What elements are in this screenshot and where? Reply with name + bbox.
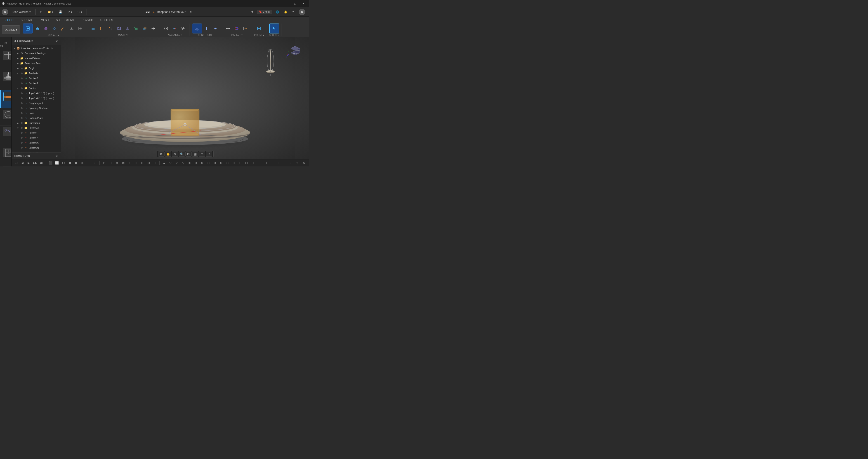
- sweep-tool[interactable]: [59, 24, 67, 33]
- tree-base[interactable]: 👁 □ Base: [11, 111, 61, 116]
- undo-button[interactable]: ↩ ▾: [66, 9, 74, 15]
- bt-t2[interactable]: ▽: [168, 160, 173, 166]
- bt-box-5[interactable]: ⬣: [73, 160, 79, 166]
- tree-doc-settings[interactable]: ▶ ⚙ Document Settings: [11, 51, 61, 56]
- eye-sketch1[interactable]: 👁: [20, 131, 24, 135]
- eye-section2[interactable]: 👁: [20, 82, 24, 85]
- loft-tool[interactable]: [51, 24, 59, 33]
- construct-plane-tool[interactable]: [192, 24, 202, 33]
- rigid-group-tool[interactable]: [179, 24, 187, 33]
- eye-root[interactable]: 👁: [46, 47, 50, 50]
- bt-t10[interactable]: ⊜: [218, 160, 224, 166]
- chamfer-tool[interactable]: [106, 24, 114, 33]
- joint-tool[interactable]: [162, 24, 170, 33]
- eye-base[interactable]: 👁: [20, 111, 24, 115]
- bt-view-4[interactable]: ⊡: [152, 160, 158, 166]
- eye-sketches[interactable]: 👁: [20, 126, 24, 130]
- vp-orbit-button[interactable]: ⟳: [158, 151, 164, 157]
- web-tool[interactable]: [76, 24, 84, 33]
- bt-play[interactable]: ▶: [26, 160, 31, 166]
- bt-t14[interactable]: ⊠: [244, 160, 249, 166]
- vp-display-button[interactable]: ◻: [199, 151, 205, 157]
- scale-tool[interactable]: [132, 24, 140, 33]
- bt-first[interactable]: ⏮: [13, 160, 19, 166]
- minimize-button[interactable]: —: [283, 0, 291, 7]
- draft-tool[interactable]: [123, 24, 131, 33]
- bt-t12[interactable]: ⊞: [231, 160, 237, 166]
- interference-tool[interactable]: [232, 24, 241, 33]
- bt-t18[interactable]: ⊤: [269, 160, 274, 166]
- browser-collapse-icon[interactable]: ◀◀: [14, 39, 18, 42]
- bt-next[interactable]: ▶▶: [32, 160, 38, 166]
- bt-t22[interactable]: ✛: [294, 160, 300, 166]
- tree-sketch1[interactable]: 👁 ✏ Sketch1: [11, 130, 61, 135]
- new-component-tool[interactable]: [23, 24, 33, 33]
- bt-t17[interactable]: ⊣: [263, 160, 268, 166]
- browser-collapse-button[interactable]: ◀◀: [144, 9, 151, 15]
- tree-root[interactable]: ▼ 📦 Inception Levitron v63 👁 ⚙: [11, 46, 61, 51]
- tree-section1[interactable]: 👁 ✂ Section1: [11, 76, 61, 81]
- bt-move-1[interactable]: ↔: [86, 160, 91, 166]
- bt-t8[interactable]: ⊙: [206, 160, 211, 166]
- comments-settings-button[interactable]: ⚙: [55, 154, 59, 158]
- user-menu[interactable]: Brian Wedlich ▾: [10, 9, 33, 14]
- eye-section1[interactable]: 👁: [20, 76, 24, 80]
- tree-section2[interactable]: 👁 ✂ Section2: [11, 81, 61, 86]
- eye-bodies[interactable]: 👁: [20, 86, 24, 90]
- tab-mesh[interactable]: MESH: [37, 18, 53, 23]
- doc-item-1[interactable]: ● Inception Levitron 5:23:42 PM ✏ Editab…: [0, 70, 11, 90]
- combine-tool[interactable]: [141, 24, 149, 33]
- tree-selection-sets[interactable]: ▶ 📁 Selection Sets: [11, 61, 61, 66]
- save-button[interactable]: 💾: [57, 9, 64, 15]
- bt-t4[interactable]: ▷: [180, 160, 186, 166]
- eye-analysis[interactable]: 👁: [20, 71, 24, 75]
- bt-select-2[interactable]: □: [108, 160, 113, 166]
- bt-t13[interactable]: ⊟: [237, 160, 243, 166]
- bt-t21[interactable]: ↔: [288, 160, 293, 166]
- bt-last[interactable]: ⏭: [39, 160, 44, 166]
- eye-origin[interactable]: 👁: [20, 66, 24, 70]
- bt-t5[interactable]: ⊕: [187, 160, 192, 166]
- tree-sketches[interactable]: ▼ 👁 📁 Sketches: [11, 125, 61, 130]
- nav-cube[interactable]: FRONT RIGHT X Y Z: [286, 41, 304, 60]
- tree-analysis[interactable]: ▼ 👁 📁 Analysis: [11, 71, 61, 76]
- doc-item-2[interactable]: ● Flare Gun 7/5/23 ✏ Editable ▾ V151 ▾: [0, 90, 11, 108]
- bt-box-4[interactable]: ⬢: [67, 160, 72, 166]
- assemble-joint-tool[interactable]: [170, 24, 179, 33]
- eye-ring-magnet[interactable]: 👁: [20, 101, 24, 105]
- bt-box-2[interactable]: ⬜: [54, 160, 60, 166]
- left-panel-settings-button[interactable]: ⚙: [3, 40, 8, 46]
- eye-bottom-plate[interactable]: 👁: [20, 116, 24, 120]
- shell-tool[interactable]: [115, 24, 123, 33]
- bt-t15[interactable]: ⊡: [250, 160, 255, 166]
- tab-utilities[interactable]: UTILITIES: [97, 18, 117, 23]
- help-button[interactable]: ?: [290, 9, 296, 15]
- maximize-button[interactable]: □: [291, 0, 299, 7]
- move-tool[interactable]: [149, 24, 157, 33]
- tab-plastic[interactable]: PLASTIC: [78, 18, 97, 23]
- design-button[interactable]: DESIGN ▾: [2, 25, 20, 34]
- bt-move-2[interactable]: ↕: [92, 160, 98, 166]
- doc-item-6[interactable]: ● Sci Fi Pistol 12/16/22 ✏ Editable ▾ V4…: [0, 164, 11, 166]
- tree-canvases[interactable]: ▶ 👁 📁 Canvases: [11, 121, 61, 125]
- doc-item-0[interactable]: ● Witcher Sword Runes 12/13/22 ✏ Editabl…: [0, 49, 11, 70]
- bt-t7[interactable]: ⊗: [199, 160, 205, 166]
- tree-body-lower[interactable]: 👁 □ Top (1/4X1/16) (Lower): [11, 96, 61, 101]
- bt-prev[interactable]: ◀: [20, 160, 25, 166]
- bt-settings[interactable]: ⚙: [302, 160, 307, 166]
- extrude-tool[interactable]: [33, 24, 41, 33]
- rib-tool[interactable]: [68, 24, 76, 33]
- bt-select-4[interactable]: ▩: [121, 160, 126, 166]
- bt-t16[interactable]: ⊢: [256, 160, 262, 166]
- bt-t20[interactable]: ⊦: [282, 160, 287, 166]
- select-tool[interactable]: [269, 24, 279, 33]
- account-button[interactable]: B: [297, 9, 307, 15]
- vp-grid-toggle[interactable]: ▦: [192, 151, 198, 157]
- eye-body-upper[interactable]: 👁: [20, 91, 24, 95]
- insert-main-tool[interactable]: [254, 24, 264, 33]
- doc-item-5[interactable]: ● Dungeon Door 6/28/23 ✏ Editable ▾ V4 ▾: [0, 146, 11, 164]
- open-button[interactable]: 📂 ▾: [46, 9, 55, 15]
- measure-tool[interactable]: [224, 24, 232, 33]
- bt-box-3[interactable]: ⬡: [61, 160, 66, 166]
- bt-t1[interactable]: ▲: [161, 160, 167, 166]
